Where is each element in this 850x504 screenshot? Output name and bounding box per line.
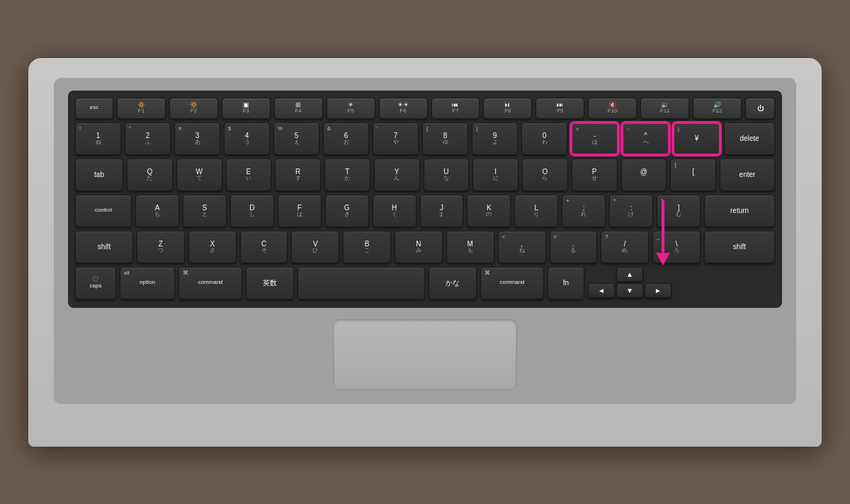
key-f8[interactable]: ⏯ F8 [483, 98, 532, 119]
arrow-shaft [662, 200, 664, 253]
key-9[interactable]: ) 9 よ [472, 122, 518, 155]
key-f6[interactable]: ☀☀ F6 [379, 98, 428, 119]
key-g[interactable]: G き [325, 195, 369, 227]
key-v[interactable]: V ひ [291, 231, 339, 263]
key-1[interactable]: ! 1 ぬ [75, 122, 121, 155]
key-kana[interactable]: かな [429, 267, 477, 299]
key-eisu[interactable]: 英数 [246, 267, 294, 299]
key-command-left[interactable]: ⌘ command [178, 267, 242, 299]
keyboard-area: esc 🔅 F1 🔆 F2 ▣ F3 ⊞ F4 [54, 78, 796, 404]
key-u[interactable]: U な [424, 159, 470, 191]
key-arrow-up[interactable]: ▲ [616, 267, 643, 282]
key-z[interactable]: Z つ [137, 231, 185, 263]
caps-led [93, 276, 98, 282]
key-c[interactable]: C そ [240, 231, 288, 263]
key-p[interactable]: P せ [572, 159, 618, 191]
key-comma[interactable]: < , ね [498, 231, 546, 263]
key-f7[interactable]: ⏮ F7 [431, 98, 480, 119]
key-arrow-left[interactable]: ◄ [588, 283, 615, 298]
key-e[interactable]: E い [226, 159, 272, 191]
key-3[interactable]: # 3 あ [174, 122, 220, 155]
key-f2[interactable]: 🔆 F2 [169, 98, 218, 119]
key-f12[interactable]: 🔊 F12 [693, 98, 742, 119]
arrow-head [656, 253, 670, 265]
key-f4[interactable]: ⊞ F4 [274, 98, 323, 119]
key-shift-left[interactable]: shift [75, 231, 133, 263]
key-arrow-down[interactable]: ▼ [616, 283, 643, 298]
key-5[interactable]: % 5 え [273, 122, 319, 155]
trackpad-area [68, 319, 782, 390]
arrow-cluster: ▲ ◄ ▼ ► [588, 267, 672, 299]
key-b[interactable]: B こ [343, 231, 391, 263]
key-x[interactable]: X さ [188, 231, 237, 263]
bottom-section: caps alt option ⌘ command 英数 [75, 267, 775, 299]
key-m[interactable]: M も [446, 231, 494, 263]
key-f[interactable]: F は [278, 195, 322, 227]
key-t[interactable]: T か [324, 159, 370, 191]
key-command-right[interactable]: ⌘ command [480, 267, 544, 299]
key-caret[interactable]: ~ ^ へ [622, 122, 669, 155]
key-7[interactable]: ' 7 や [373, 122, 419, 155]
key-s[interactable]: S と [183, 195, 227, 227]
trackpad[interactable] [333, 319, 517, 390]
key-6[interactable]: & 6 お [323, 122, 369, 155]
key-d[interactable]: D し [230, 195, 274, 227]
key-f11[interactable]: 🔉 F11 [640, 98, 689, 119]
key-2[interactable]: " 2 ふ [125, 122, 171, 155]
key-f9[interactable]: ⏭ F9 [536, 98, 584, 119]
key-k[interactable]: K の [467, 195, 511, 227]
key-w[interactable]: W て [176, 159, 222, 191]
key-power[interactable]: ⏻ [745, 98, 775, 119]
key-slash[interactable]: ? / め [601, 231, 649, 263]
key-bracket-l[interactable]: { [ 「 [670, 159, 716, 191]
qwerty-row: tab Q た W て E い R す [75, 159, 775, 191]
key-8[interactable]: ( 8 ゆ [422, 122, 468, 155]
key-f5[interactable]: ☀ F5 [327, 98, 375, 119]
key-semi[interactable]: + ; れ [562, 195, 606, 227]
key-o[interactable]: O ら [522, 159, 568, 191]
key-option[interactable]: alt option [120, 267, 175, 299]
key-f3[interactable]: ▣ F3 [222, 98, 271, 119]
key-at[interactable]: ` @ ゛ [621, 159, 667, 191]
key-esc[interactable]: esc [75, 98, 113, 119]
key-return[interactable]: return [704, 195, 775, 227]
key-a[interactable]: A ち [135, 195, 179, 227]
key-shift-right[interactable]: shift [704, 231, 775, 263]
key-yen[interactable]: | ¥ [673, 122, 720, 155]
key-colon[interactable]: * : け [609, 195, 653, 227]
key-4[interactable]: $ 4 う [224, 122, 270, 155]
key-f1[interactable]: 🔅 F1 [117, 98, 166, 119]
key-n[interactable]: N み [395, 231, 443, 263]
key-arrow-right[interactable]: ► [645, 283, 672, 298]
key-space[interactable] [298, 267, 425, 299]
key-l[interactable]: L り [514, 195, 558, 227]
key-q[interactable]: Q た [127, 159, 173, 191]
key-delete[interactable]: delete [724, 122, 775, 155]
key-j[interactable]: J ま [420, 195, 464, 227]
key-tab[interactable]: tab [75, 159, 123, 191]
number-row: ! 1 ぬ " 2 ふ # 3 あ $ 4 う [75, 122, 775, 155]
key-fn[interactable]: fn [548, 267, 584, 299]
key-0[interactable]: 0 わ [521, 122, 567, 155]
key-f10[interactable]: 🔇 F10 [588, 98, 637, 119]
key-enter[interactable]: enter [720, 159, 775, 191]
bottom-row: caps alt option ⌘ command 英数 [75, 267, 775, 299]
arrow-indicator [656, 200, 670, 265]
key-i[interactable]: I に [472, 159, 518, 191]
fn-row: esc 🔅 F1 🔆 F2 ▣ F3 ⊞ F4 [75, 98, 775, 119]
key-r[interactable]: R す [275, 159, 321, 191]
key-y[interactable]: Y ん [374, 159, 420, 191]
key-control[interactable]: control [75, 195, 132, 227]
key-minus[interactable]: = - ほ [571, 122, 618, 155]
key-caps-lock[interactable]: caps [75, 267, 116, 299]
laptop-body: esc 🔅 F1 🔆 F2 ▣ F3 ⊞ F4 [28, 58, 822, 447]
key-period[interactable]: > . る [550, 231, 598, 263]
key-h[interactable]: H く [373, 195, 416, 227]
keyboard: esc 🔅 F1 🔆 F2 ▣ F3 ⊞ F4 [68, 91, 782, 308]
